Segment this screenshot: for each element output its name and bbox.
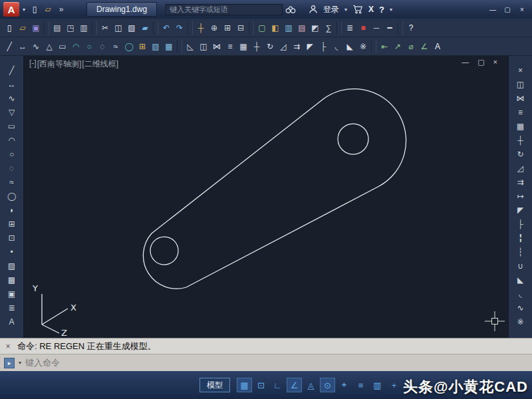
hatch-icon[interactable]: ▨ [4,259,20,273]
rotate-icon[interactable]: ↻ [263,39,277,54]
polyline-icon[interactable]: ∿ [29,39,43,54]
qnew-icon[interactable]: ▯ [3,21,16,35]
stretch-icon[interactable]: ⇉ [513,176,529,189]
rectangle-icon[interactable]: ▭ [4,120,20,133]
dim-radius-icon[interactable]: ⌀ [404,39,418,54]
ellipse-icon[interactable]: ◯ [122,39,136,54]
circle-icon[interactable]: ○ [82,39,96,54]
toolpalettes-icon[interactable]: ▥ [282,21,295,35]
spline-icon[interactable]: ≈ [109,39,122,54]
search-binoculars-icon[interactable] [285,5,296,14]
extend-icon[interactable]: ├ [513,217,529,231]
cut-icon[interactable]: ✂ [98,21,112,35]
model-tab-button[interactable]: 模型 [200,378,230,392]
dim-linear-icon[interactable]: ⇤ [378,39,391,54]
rotate-icon[interactable]: ↻ [513,148,529,161]
rectangle-icon[interactable]: ▭ [56,39,69,54]
close-window-icon[interactable]: × [517,4,527,15]
copy-icon[interactable]: ◫ [513,78,529,91]
ortho-toggle[interactable]: ∟ [270,378,285,392]
revcloud-icon[interactable]: ◌ [4,162,20,175]
array-icon[interactable]: ▦ [237,39,250,54]
publish-icon[interactable]: ▥ [77,21,90,35]
break-icon[interactable]: ┆ [513,245,529,259]
linetype-icon[interactable]: ─ [370,21,383,35]
plate-outline[interactable] [143,89,406,289]
command-recent-caret-icon[interactable]: ▾ [19,360,21,366]
offset-icon[interactable]: ≡ [513,106,529,119]
isodraft-toggle[interactable]: ◬ [303,378,319,392]
quickcalc-icon[interactable]: ∑ [322,21,335,35]
match-properties-icon[interactable]: ▰ [138,21,152,35]
document-tab[interactable]: Drawing1.dwg [86,2,157,17]
plot-preview-icon[interactable]: ◳ [64,21,77,35]
open-file-icon[interactable]: ▱ [42,3,54,16]
mirror-icon[interactable]: ⋈ [513,92,529,105]
gradient-icon[interactable]: ▩ [162,39,176,54]
open-icon[interactable]: ▱ [16,21,29,35]
plot-icon[interactable]: ▤ [51,21,64,35]
dim-angular-icon[interactable]: ∠ [418,39,431,54]
transparency-toggle[interactable]: ▥ [370,378,385,392]
plate-hole-bottom[interactable] [150,237,178,265]
layer-properties-icon[interactable]: ≣ [343,21,356,35]
command-close-icon[interactable]: × [4,342,12,351]
polyline-icon[interactable]: ∿ [4,92,20,105]
explode-icon[interactable]: ※ [513,315,529,329]
trim-icon[interactable]: ◤ [303,39,317,54]
extend-icon[interactable]: ├ [317,39,330,54]
properties-icon[interactable]: ▢ [255,21,269,35]
copy-clip-icon[interactable]: ◫ [112,21,125,35]
model-space-viewport[interactable]: [-] [西南等轴测] [二维线框] —▢× Y X Z [24,56,508,338]
region-icon[interactable]: ▣ [4,287,20,301]
zoom-previous-icon[interactable]: ⊟ [234,21,247,35]
offset-icon[interactable]: ≡ [223,39,237,54]
autodesk-exchange-icon[interactable]: X [368,5,374,14]
markup-icon[interactable]: ◩ [309,21,322,35]
command-input[interactable] [25,358,238,368]
stretch-icon[interactable]: ⇉ [290,39,303,54]
new-file-icon[interactable]: ▯ [29,3,41,16]
explode-icon[interactable]: ※ [356,39,370,54]
fillet-icon[interactable]: ◟ [330,39,343,54]
erase-icon[interactable]: × [513,64,529,77]
break-at-point-icon[interactable]: ╏ [513,231,529,245]
polygon-icon[interactable]: △ [43,39,56,54]
save-icon[interactable]: ▣ [29,21,43,35]
table-icon[interactable]: ≣ [4,301,20,315]
pan-icon[interactable]: ┼ [194,21,207,35]
sign-in-caret-icon[interactable]: ▾ [344,7,347,13]
move-icon[interactable]: ┼ [250,39,263,54]
dynamic-input-toggle[interactable]: + [386,378,402,392]
ellipse-arc-icon[interactable]: ◗ [4,203,20,217]
viewport-minimize-icon[interactable]: — [462,58,469,66]
array-icon[interactable]: ▦ [513,120,529,133]
arc-icon[interactable]: ◠ [69,39,82,54]
construction-line-icon[interactable]: ↔ [4,78,20,91]
snap-toggle[interactable]: ⊡ [253,378,269,392]
paste-clip-icon[interactable]: ▧ [125,21,138,35]
circle-icon[interactable]: ○ [4,148,20,161]
ellipse-icon[interactable]: ◯ [4,190,20,203]
blend-curves-icon[interactable]: ∿ [513,301,529,315]
plate-hole-top[interactable] [338,124,368,154]
help-icon[interactable]: ? [404,21,418,35]
viewport-view-menu[interactable]: [西南等轴测] [37,59,82,70]
help-caret-icon[interactable]: ▾ [390,7,392,13]
point-icon[interactable]: • [4,245,20,259]
zoom-window-icon[interactable]: ⊞ [221,21,234,35]
lineweight-toggle[interactable]: ≡ [353,378,368,392]
scale-icon[interactable]: ◿ [513,162,529,175]
osnap-toggle[interactable]: ⊙ [320,378,335,392]
viewport-restore-icon[interactable]: ▢ [477,58,484,66]
line-icon[interactable]: ╱ [3,39,16,54]
designcenter-icon[interactable]: ◧ [269,21,282,35]
hatch-icon[interactable]: ▨ [149,39,162,54]
redo-icon[interactable]: ↷ [173,21,186,35]
dim-aligned-icon[interactable]: ↗ [391,39,404,54]
application-menu-button[interactable]: A [3,2,19,17]
arc-icon[interactable]: ◠ [4,134,20,147]
viewport-visual-style-menu[interactable]: [二维线框] [82,59,118,70]
mtext-icon[interactable]: A [4,315,20,329]
maximize-window-icon[interactable]: ▢ [502,4,513,15]
